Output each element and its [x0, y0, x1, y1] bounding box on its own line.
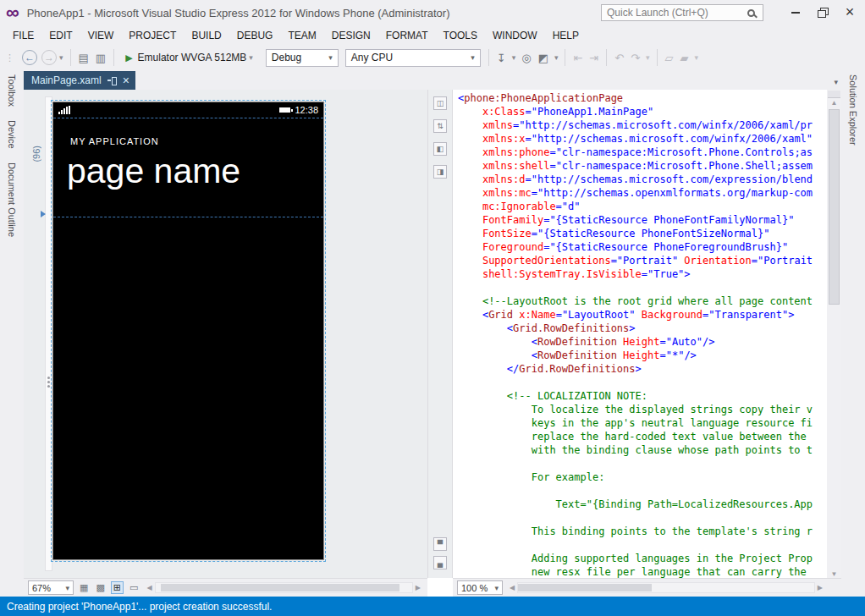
- phone-design-surface[interactable]: 12:38 MY APPLICATION page name: [52, 102, 324, 560]
- code-line: [458, 457, 827, 470]
- code-line: Adding supported languages in the Projec…: [458, 552, 827, 565]
- side-tab-device[interactable]: Device: [7, 120, 17, 149]
- tab-list-dropdown-icon[interactable]: ▾: [834, 78, 841, 90]
- swap-panes-icon[interactable]: ◫: [433, 96, 447, 110]
- menu-view[interactable]: VIEW: [80, 25, 122, 46]
- chevron-down-icon[interactable]: ▾: [512, 53, 516, 62]
- scrollbar-thumb[interactable]: [518, 584, 651, 591]
- snap-to-grid-icon[interactable]: ▩: [94, 582, 106, 593]
- navigation-history-dropdown-icon[interactable]: ▾: [59, 53, 63, 62]
- menu-project[interactable]: PROJECT: [121, 25, 184, 46]
- find-in-files-icon[interactable]: ◎: [521, 52, 531, 63]
- menu-help[interactable]: HELP: [545, 25, 587, 46]
- redo-icon[interactable]: ↷: [631, 52, 640, 63]
- menu-format[interactable]: FORMAT: [378, 25, 436, 46]
- grid-rail-grip[interactable]: [47, 377, 50, 379]
- start-debugging-button[interactable]: ▶ Emulator WVGA 512MB ▾: [122, 50, 259, 65]
- uncomment-icon[interactable]: ▰: [680, 52, 689, 63]
- scrollbar-thumb[interactable]: [161, 584, 399, 591]
- snapping-toggle-icon[interactable]: ⊞: [111, 581, 124, 594]
- attach-icon[interactable]: ↧: [497, 52, 506, 63]
- editor-split-grip[interactable]: [828, 91, 840, 98]
- scroll-left-icon[interactable]: ◀: [144, 585, 154, 591]
- designer-split-bar[interactable]: ◫ ⇅ ◧ ◨ ▀ ▄: [427, 90, 453, 578]
- annotations-icon[interactable]: ▭: [128, 582, 140, 593]
- chevron-down-icon: ▾: [65, 584, 69, 592]
- navigate-forward-button[interactable]: →: [41, 50, 57, 65]
- code-line: xmlns="http://schemas.microsoft.com/winf…: [458, 118, 827, 132]
- tab-label: MainPage.xaml: [31, 74, 102, 86]
- menu-debug[interactable]: DEBUG: [229, 25, 281, 46]
- expand-split-icon[interactable]: ▀: [433, 537, 447, 551]
- scrollbar-track[interactable]: [827, 107, 841, 571]
- play-icon: ▶: [125, 52, 132, 63]
- menu-build[interactable]: BUILD: [184, 25, 229, 46]
- tab-mainpage-xaml[interactable]: MainPage.xaml ×: [24, 71, 135, 90]
- pin-icon[interactable]: [107, 76, 117, 85]
- designer-zoom-combo[interactable]: 67% ▾: [28, 580, 74, 595]
- phone-page-title[interactable]: page name: [67, 151, 240, 191]
- new-project-icon[interactable]: ▤: [79, 52, 89, 63]
- menu-design[interactable]: DESIGN: [324, 25, 378, 46]
- undo-icon[interactable]: ↶: [614, 52, 624, 63]
- editor-horizontal-scrollbar[interactable]: ◀ ▶: [507, 581, 825, 594]
- scrollbar-track[interactable]: [155, 582, 413, 593]
- collapse-split-icon[interactable]: ▄: [433, 556, 447, 569]
- outdent-icon[interactable]: ⇤: [573, 52, 582, 63]
- comment-icon[interactable]: ▱: [665, 52, 674, 63]
- code-line: <!-- LOCALIZATION NOTE:: [458, 389, 827, 403]
- scrollbar-thumb[interactable]: [829, 109, 840, 305]
- minimize-button[interactable]: [782, 0, 809, 24]
- grid-row-marker-icon[interactable]: [41, 211, 46, 217]
- window-title: PhoneApp1 - Microsoft Visual Studio Expr…: [27, 7, 450, 19]
- xaml-code-editor[interactable]: <phone:PhoneApplicationPage x:Class="Pho…: [453, 90, 827, 578]
- save-icon[interactable]: ▥: [96, 52, 106, 63]
- toolbar-overflow-icon[interactable]: ▾: [695, 53, 699, 62]
- editor-zoom-combo[interactable]: 100 % ▾: [457, 580, 503, 595]
- collapse-right-pane-icon[interactable]: ◨: [433, 165, 447, 179]
- menu-team[interactable]: TEAM: [280, 25, 323, 46]
- scroll-right-icon[interactable]: ▶: [413, 585, 423, 591]
- code-line: <RowDefinition Height="Auto"/>: [458, 335, 827, 349]
- restore-button[interactable]: [809, 0, 836, 24]
- scroll-down-icon[interactable]: ▼: [829, 571, 840, 578]
- chevron-down-icon[interactable]: ▾: [554, 53, 559, 62]
- solution-configuration-combo[interactable]: Debug ▾: [266, 49, 339, 67]
- editor-vertical-scrollbar[interactable]: ▲ ▼: [827, 90, 841, 578]
- split-orientation-icon[interactable]: ⇅: [433, 119, 447, 133]
- main-toolbar: ⋮ ← → ▾ ▤ ▥ ▶ Emulator WVGA 512MB ▾ Debu…: [0, 46, 865, 69]
- phone-app-title[interactable]: MY APPLICATION: [70, 136, 159, 146]
- indent-icon[interactable]: ⇥: [589, 52, 598, 63]
- side-tab-toolbox[interactable]: Toolbox: [7, 74, 17, 107]
- quick-launch-input[interactable]: Quick Launch (Ctrl+Q): [601, 4, 763, 21]
- solution-platform-combo[interactable]: Any CPU ▾: [345, 49, 481, 67]
- toolbar-grip-icon: ⋮: [5, 52, 14, 63]
- code-line: Foreground="{StaticResource PhoneForegro…: [458, 240, 827, 254]
- menu-window[interactable]: WINDOW: [485, 25, 545, 46]
- code-lines: <phone:PhoneApplicationPage x:Class="Pho…: [453, 90, 827, 578]
- menu-file[interactable]: FILE: [5, 25, 41, 46]
- clock-text: 12:38: [295, 105, 318, 115]
- menu-tools[interactable]: TOOLS: [436, 25, 485, 46]
- code-line: with the binding clause whose path point…: [458, 443, 827, 457]
- navigate-back-button[interactable]: ←: [22, 50, 37, 65]
- code-line: </Grid.RowDefinitions>: [458, 362, 827, 376]
- extensions-icon[interactable]: ◩: [538, 52, 548, 63]
- scroll-right-icon[interactable]: ▶: [815, 585, 825, 591]
- designer-horizontal-scrollbar[interactable]: ◀ ▶: [144, 581, 423, 594]
- side-tab-solution-explorer[interactable]: Solution Explorer: [848, 74, 858, 146]
- show-grid-icon[interactable]: ▦: [78, 582, 90, 593]
- close-button[interactable]: ×: [836, 0, 863, 24]
- solution-platform-value: Any CPU: [351, 52, 393, 63]
- scrollbar-track[interactable]: [517, 582, 815, 593]
- scroll-up-icon[interactable]: ▲: [829, 100, 840, 107]
- scroll-left-icon[interactable]: ◀: [507, 585, 517, 591]
- collapse-left-pane-icon[interactable]: ◧: [433, 142, 447, 156]
- chevron-down-icon[interactable]: ▾: [646, 53, 650, 62]
- debug-target-dropdown-icon[interactable]: ▾: [249, 53, 253, 62]
- code-line: xmlns:shell="clr-namespace:Microsoft.Pho…: [458, 159, 827, 173]
- side-tab-document-outline[interactable]: Document Outline: [7, 162, 17, 237]
- xaml-designer-pane[interactable]: (96) 12:38 MY APPLICATION page name: [24, 90, 427, 578]
- close-tab-icon[interactable]: ×: [123, 74, 129, 86]
- menu-edit[interactable]: EDIT: [41, 25, 80, 46]
